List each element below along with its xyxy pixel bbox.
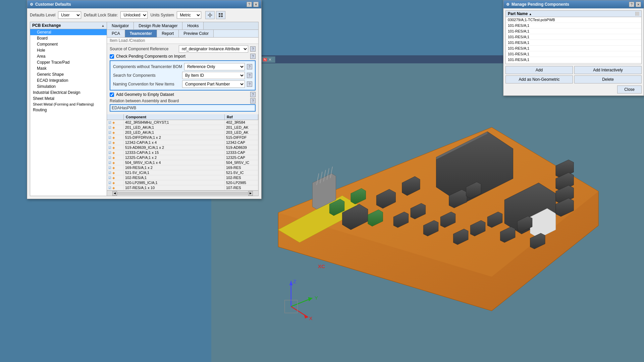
manage-close-row: Close (503, 85, 644, 96)
settings-icon-btn[interactable] (205, 11, 215, 19)
search-help[interactable]: ? (247, 73, 252, 78)
naming-convention-help[interactable]: ? (247, 81, 252, 87)
tree-item-hole[interactable]: Hole (30, 47, 107, 53)
tab-pca[interactable]: PCA (107, 30, 125, 37)
default-lock-state-select[interactable]: Unlocked Locked (120, 11, 148, 19)
manage-list-item[interactable]: 101-RES/A;1 (506, 40, 641, 46)
check-pending-help[interactable]: ? (250, 54, 256, 59)
list-item[interactable]: ☑◈504_5R5V_IC/A;1 x 4504_5R5V_IC (107, 160, 258, 165)
add-interactively-button[interactable]: Add Interactively (574, 66, 642, 74)
manage-list-item[interactable]: 101-RES/A;1 (506, 57, 641, 63)
list-item[interactable]: ☑◈102-RES/A;1102-RES (107, 175, 258, 180)
list-item[interactable]: ☑◈12333-CAP/A;1 x 1512333-CAP (107, 150, 258, 155)
svg-rect-51 (219, 13, 220, 15)
manage-help-btn[interactable]: ? (629, 2, 634, 7)
tree-item-routing[interactable]: Routing (30, 107, 107, 113)
manage-list-item[interactable]: 101-RES/A;1 (506, 51, 641, 57)
list-item[interactable]: ☑◈521-5V_IC/A;1521-5V_IC (107, 170, 258, 175)
svg-point-46 (209, 14, 211, 16)
defaults-level-select[interactable]: User Site Default (58, 11, 81, 19)
tree-item-simulation[interactable]: Simulation (30, 83, 107, 89)
tree-item-mask[interactable]: Mask (30, 65, 107, 71)
manage-dialog-titlebar: ⚙ Manage Pending Components ? ✕ (503, 0, 644, 8)
hscroll-right-btn[interactable]: ▶ (248, 191, 253, 196)
list-item[interactable]: ☑◈201_LED_AK/A;1201_LED_AK (107, 125, 258, 130)
list-item[interactable]: ☑◈12342-CAP/A;1 x 412342-CAP (107, 140, 258, 145)
dialog-title: Customer Defaults (35, 2, 71, 7)
grid-icon-btn[interactable] (216, 11, 225, 19)
add-button[interactable]: Add (505, 66, 573, 74)
main-content: PCB Exchange ▲ General Board Component H… (30, 22, 259, 196)
tab-navigator[interactable]: Navigator (107, 22, 134, 29)
manage-list: Part Name ▲ 030279/A;1-TCTest.pcbPWB 101… (505, 10, 642, 64)
tree-item-board[interactable]: Board (30, 35, 107, 41)
check-pending-row: Check Pending Components on Import ? (110, 54, 256, 59)
relation-value: EDAHasPWB (112, 106, 136, 110)
naming-convention-select[interactable]: Component Part Number Auto Custom (182, 80, 245, 88)
check-pending-label: Check Pending Components on Import (116, 54, 185, 59)
tab-teamcenter[interactable]: Teamcenter (125, 30, 157, 37)
tree-item-generic-shape[interactable]: Generic Shape (30, 71, 107, 77)
tab-preview-color[interactable]: Preview Color (179, 30, 214, 37)
list-item[interactable]: ☑◈520-LP2985_IC/A;1520-LP2985 (107, 180, 258, 185)
relation-help[interactable]: ? (250, 98, 256, 104)
tab-report[interactable]: Report (157, 30, 179, 37)
search-for-components-select[interactable]: By Item ID By Part Number By Name (182, 72, 245, 79)
hscroll-track[interactable] (117, 192, 248, 195)
list-item[interactable]: ☑◈107-RES/A;1 x 10107-RES (107, 185, 258, 190)
tree-item-component[interactable]: Component (30, 41, 107, 47)
hscroll-bar: ◀ ▶ (107, 190, 258, 196)
naming-convention-row: Naming Convention for New Items Componen… (113, 80, 252, 88)
pcb-edit-icon[interactable]: ✎ (263, 58, 267, 61)
manage-close-title-btn[interactable]: ✕ (636, 2, 641, 7)
pcb-close-icon[interactable]: ✕ (268, 57, 272, 62)
tree-scroll-up[interactable]: ▲ (101, 24, 105, 27)
tab-design-rule[interactable]: Design Rule Manager (134, 22, 182, 29)
help-titlebar-btn[interactable]: ? (247, 2, 252, 7)
components-without-bom-select[interactable]: Reference Only Create New Skip (184, 63, 245, 70)
add-geometry-checkbox[interactable] (110, 93, 114, 97)
tree-item-ecad[interactable]: ECAD Integration (30, 77, 107, 83)
manage-vscroll-indicator (635, 12, 639, 16)
manage-list-item[interactable]: 101-RES/A;1 (506, 23, 641, 28)
defaults-level-label: Defaults Level (30, 13, 55, 17)
units-system-select[interactable]: Metric Imperial (177, 11, 201, 19)
source-ref-select[interactable]: ref_designator Instance Attribute Part N… (179, 45, 248, 53)
add-geometry-label: Add Geometry to Empty Dataset (116, 92, 174, 97)
delete-button[interactable]: Delete (574, 75, 642, 83)
manage-list-item[interactable]: 101-RES/A;1 (506, 34, 641, 40)
tab-hooks[interactable]: Hooks (182, 22, 204, 29)
svg-rect-54 (221, 15, 223, 17)
tree-item-industrial[interactable]: Industrial Electrical Design (30, 89, 107, 96)
list-item[interactable]: ☑◈402_3R584MHz_CRYST;1402_3R584 (107, 120, 258, 125)
tree-item-sheet-metal-form[interactable]: Sheet Metal (Forming and Flattening) (30, 102, 107, 107)
hscroll-left-btn[interactable]: ◀ (112, 191, 117, 196)
list-item[interactable]: ☑◈169-RES/A;1 x 2169-RES (107, 165, 258, 170)
list-item[interactable]: ☑◈12325-CAP/A;1 x 212325-CAP (107, 155, 258, 160)
list-item[interactable]: ☑◈203_LED_AK/A;1203_LED_AK (107, 130, 258, 135)
close-titlebar-btn[interactable]: ✕ (253, 2, 259, 7)
tree-header-label: PCB Exchange (32, 23, 61, 28)
pcb-canvas: Z Y X XC (211, 63, 644, 362)
source-ref-help[interactable]: ? (250, 46, 256, 52)
check-pending-checkbox[interactable] (110, 54, 114, 59)
list-item[interactable]: ☑◈519-AD8639_IC/A;1 x 2519-AD8639 (107, 145, 258, 150)
naming-convention-label: Naming Convention for New Items (113, 82, 180, 86)
components-without-bom-help[interactable]: ? (247, 64, 252, 69)
units-system-label: Units System (150, 13, 174, 17)
add-non-geometric-button[interactable]: Add as Non-Geometric (505, 75, 573, 83)
manage-list-item[interactable]: 101-RES/A;1 (506, 46, 641, 51)
highlighted-form-section: Components without Teamcenter BOM Refere… (110, 60, 256, 90)
tree-item-sheet-metal[interactable]: Sheet Metal (30, 96, 107, 102)
tree-item-area[interactable]: Area (30, 53, 107, 59)
form-container: Source of Component Reference ref_design… (107, 44, 258, 114)
list-header-row: Component Ref (107, 114, 258, 120)
svg-rect-53 (219, 15, 220, 17)
manage-list-item[interactable]: 101-RES/A;1 (506, 28, 641, 34)
close-button[interactable]: Close (617, 85, 642, 94)
manage-list-item[interactable]: 030279/A;1-TCTest.pcbPWB (506, 17, 641, 23)
tree-item-general[interactable]: General (30, 29, 107, 35)
tree-item-copper[interactable]: Copper Trace/Pad (30, 59, 107, 65)
list-item[interactable]: ☑◈515-DIFFDRV/A;1 x 2515-DIFFDF (107, 135, 258, 140)
add-geometry-help[interactable]: ? (250, 92, 256, 97)
